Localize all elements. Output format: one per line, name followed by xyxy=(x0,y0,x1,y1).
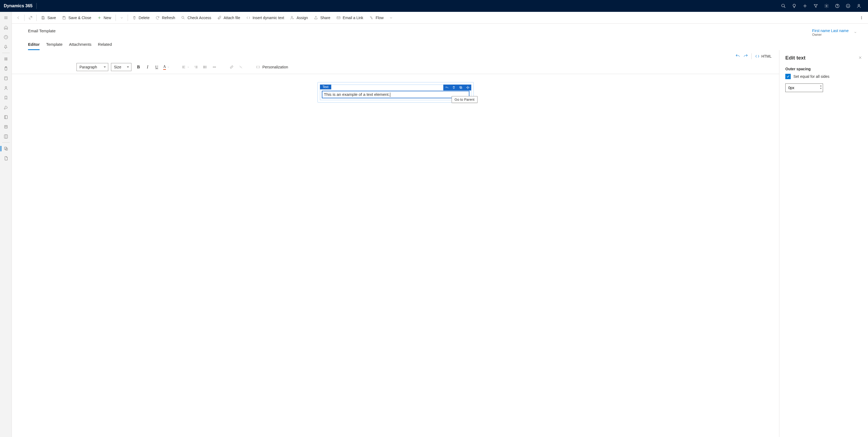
wrench-icon[interactable] xyxy=(0,102,12,112)
bookmark-icon[interactable] xyxy=(0,93,12,102)
open-new-window-icon[interactable] xyxy=(26,13,35,23)
equal-sides-checkbox[interactable] xyxy=(785,74,791,79)
contacts-icon[interactable] xyxy=(0,83,12,93)
nav-item-1-icon[interactable] xyxy=(0,54,12,64)
delete-button[interactable]: Delete xyxy=(129,13,152,23)
svg-rect-25 xyxy=(4,147,6,150)
save-button[interactable]: Save xyxy=(38,13,59,23)
refresh-button[interactable]: Refresh xyxy=(153,13,178,23)
more-commands-icon[interactable] xyxy=(857,13,866,23)
smile-icon[interactable] xyxy=(843,0,854,12)
link-button[interactable] xyxy=(227,63,236,71)
svg-line-1 xyxy=(784,6,785,8)
tab-related[interactable]: Related xyxy=(98,42,112,50)
underline-button[interactable]: U xyxy=(152,63,161,71)
element-duplicate-icon[interactable] xyxy=(457,85,464,91)
book-icon[interactable] xyxy=(0,132,12,142)
nav-item-7-icon[interactable] xyxy=(0,112,12,122)
editor-actions-bar: HTML xyxy=(12,50,779,61)
svg-rect-35 xyxy=(337,17,340,19)
spinner-down-icon[interactable]: ▼ xyxy=(820,87,822,90)
tab-template[interactable]: Template xyxy=(46,42,62,50)
tab-editor[interactable]: Editor xyxy=(28,42,39,50)
close-panel-icon[interactable] xyxy=(858,56,862,60)
svg-rect-58 xyxy=(460,87,462,89)
italic-button[interactable]: I xyxy=(143,63,152,71)
svg-rect-57 xyxy=(460,87,461,88)
menu-toggle-icon[interactable] xyxy=(0,13,12,23)
bold-button[interactable]: B xyxy=(134,63,143,71)
new-dropdown-icon[interactable] xyxy=(117,13,126,23)
html-source-button[interactable]: HTML xyxy=(755,54,772,59)
editor-canvas[interactable]: Text This is an example of a text elemen… xyxy=(12,74,779,437)
clipboard-icon[interactable] xyxy=(0,64,12,73)
recent-icon[interactable] xyxy=(0,32,12,42)
gear-icon[interactable] xyxy=(821,0,832,12)
canvas-section-outer[interactable]: Text This is an example of a text elemen… xyxy=(317,82,474,102)
font-color-button[interactable]: A xyxy=(162,63,171,71)
email-link-button[interactable]: Email a Link xyxy=(334,13,366,23)
tooltip: Go to Parent xyxy=(452,96,477,103)
spinner-up-icon[interactable]: ▲ xyxy=(820,85,822,87)
header-chevron-icon[interactable] xyxy=(854,30,857,35)
properties-panel: Edit text Outer spacing Set equal for al… xyxy=(779,50,868,437)
element-toolbar xyxy=(443,85,471,91)
element-move-icon[interactable] xyxy=(464,85,471,91)
spacing-spinner[interactable]: ▲ ▼ xyxy=(820,85,822,90)
assign-button[interactable]: Assign xyxy=(287,13,311,23)
search-icon[interactable] xyxy=(778,0,789,12)
share-button[interactable]: Share xyxy=(311,13,333,23)
back-button[interactable] xyxy=(14,13,23,23)
personalization-button[interactable]: Personalization xyxy=(254,65,290,69)
element-delete-icon[interactable] xyxy=(450,85,457,91)
flow-dropdown-icon[interactable] xyxy=(387,13,395,23)
equal-sides-label: Set equal for all sides xyxy=(794,74,830,79)
lightbulb-icon[interactable] xyxy=(789,0,800,12)
flow-button[interactable]: Flow xyxy=(367,13,386,23)
spacing-input[interactable] xyxy=(785,84,823,92)
svg-point-19 xyxy=(5,87,7,88)
tab-attachments[interactable]: Attachments xyxy=(69,42,91,50)
nav-item-8-icon[interactable] xyxy=(0,122,12,132)
pin-icon[interactable] xyxy=(0,42,12,52)
svg-rect-27 xyxy=(42,16,43,17)
text-element[interactable]: This is an example of a text element. xyxy=(322,91,469,98)
align-button[interactable] xyxy=(180,63,191,71)
svg-point-9 xyxy=(848,5,849,6)
more-format-icon[interactable] xyxy=(210,63,219,71)
canvas-column[interactable]: Text This is an example of a text elemen… xyxy=(320,85,471,100)
person-icon[interactable] xyxy=(854,0,864,12)
svg-point-34 xyxy=(291,16,292,18)
size-select[interactable]: Size xyxy=(111,63,131,71)
owner-label: Owner xyxy=(812,33,848,37)
numbered-list-button[interactable]: 12 xyxy=(192,63,200,71)
nav-item-3-icon[interactable] xyxy=(0,73,12,83)
svg-point-37 xyxy=(861,18,862,18)
bullet-list-button[interactable] xyxy=(201,63,210,71)
svg-point-0 xyxy=(781,4,784,7)
svg-point-48 xyxy=(204,67,204,67)
save-close-button[interactable]: Save & Close xyxy=(59,13,94,23)
svg-text:2: 2 xyxy=(194,66,195,68)
check-access-button[interactable]: Check Access xyxy=(178,13,214,23)
owner-field[interactable]: First name Last name Owner xyxy=(812,29,848,37)
record-entity-label: Email Template xyxy=(28,29,812,33)
help-icon[interactable] xyxy=(832,0,843,12)
filter-icon[interactable] xyxy=(810,0,821,12)
undo-icon[interactable] xyxy=(735,54,740,59)
panel-title: Edit text xyxy=(785,55,806,61)
unlink-button[interactable] xyxy=(237,63,245,71)
element-type-chip: Text xyxy=(320,85,331,89)
home-icon[interactable] xyxy=(0,23,12,32)
svg-point-49 xyxy=(204,68,204,68)
new-button[interactable]: New xyxy=(95,13,114,23)
redo-icon[interactable] xyxy=(743,54,748,59)
attach-file-button[interactable]: Attach file xyxy=(214,13,243,23)
element-goto-parent-icon[interactable] xyxy=(443,85,450,91)
page-nav-icon[interactable] xyxy=(0,154,12,163)
template-nav-icon[interactable] xyxy=(0,144,12,154)
paragraph-select[interactable]: Paragraph xyxy=(76,63,108,71)
insert-dynamic-text-button[interactable]: Insert dynamic text xyxy=(244,13,287,23)
owner-name: First name Last name xyxy=(812,29,848,33)
plus-icon[interactable] xyxy=(800,0,810,12)
